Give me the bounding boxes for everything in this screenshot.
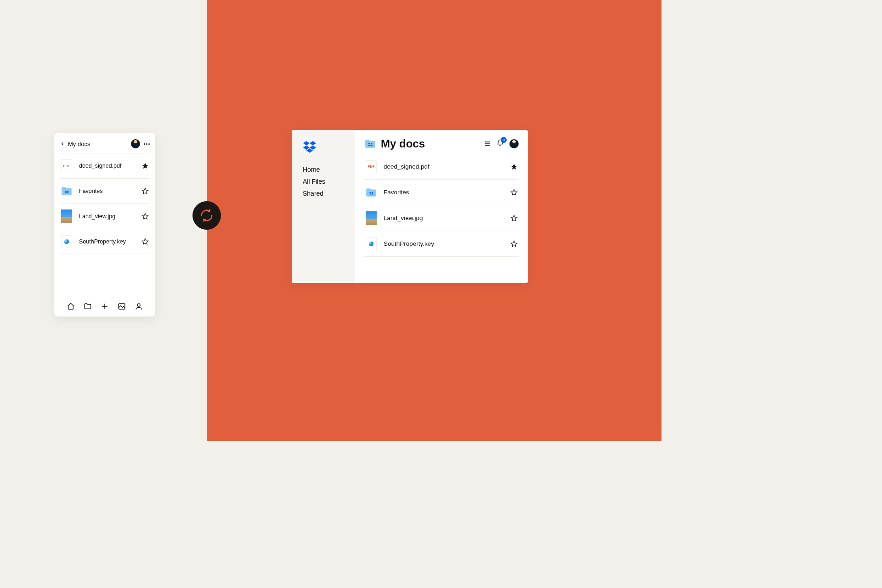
svg-marker-12 bbox=[303, 141, 310, 145]
svg-marker-27 bbox=[511, 189, 517, 195]
list-item[interactable]: Favorites bbox=[60, 178, 150, 204]
star-filled-icon[interactable] bbox=[141, 162, 149, 170]
star-outline-icon[interactable] bbox=[510, 240, 518, 248]
list-item[interactable]: PDF deed_signed.pdf bbox=[60, 153, 150, 178]
sidebar-item-home[interactable]: Home bbox=[303, 166, 347, 173]
files-tab[interactable] bbox=[83, 302, 92, 311]
folder-icon bbox=[365, 186, 377, 199]
file-name: SouthProperty.key bbox=[384, 240, 434, 247]
account-tab[interactable] bbox=[134, 302, 143, 311]
home-icon bbox=[67, 302, 75, 311]
file-name: deed_signed.pdf bbox=[384, 163, 430, 170]
shared-folder-icon bbox=[364, 139, 376, 149]
list-item[interactable]: SouthProperty.key bbox=[60, 229, 150, 254]
sidebar-item-shared[interactable]: Shared bbox=[303, 190, 347, 197]
file-name: SouthProperty.key bbox=[79, 238, 126, 245]
desktop-view: Home All Files Shared My docs 3 bbox=[292, 130, 528, 283]
star-outline-icon[interactable] bbox=[141, 238, 149, 245]
person-icon bbox=[135, 302, 143, 311]
more-menu-button[interactable] bbox=[144, 143, 150, 145]
mobile-view: My docs PDF deed_signed.pdf Favorites bbox=[54, 133, 155, 317]
plus-icon bbox=[101, 302, 109, 311]
chevron-left-icon[interactable] bbox=[60, 141, 65, 147]
avatar[interactable] bbox=[131, 139, 140, 148]
notifications-button[interactable]: 3 bbox=[497, 139, 504, 148]
mobile-header: My docs bbox=[60, 139, 150, 148]
svg-point-11 bbox=[137, 304, 140, 306]
list-item[interactable]: SouthProperty.key bbox=[364, 231, 519, 257]
file-name: Land_view.jpg bbox=[384, 215, 423, 221]
svg-point-18 bbox=[371, 143, 372, 144]
file-name: Favorites bbox=[384, 189, 409, 196]
star-outline-icon[interactable] bbox=[141, 187, 149, 195]
desktop-main: My docs 3 PDF deed_signed.pdf bbox=[355, 130, 528, 283]
folder-icon bbox=[61, 184, 73, 198]
list-item[interactable]: PDF deed_signed.pdf bbox=[364, 154, 519, 180]
keynote-icon bbox=[61, 235, 73, 249]
folder-title: My docs bbox=[381, 137, 425, 150]
desktop-header: My docs 3 bbox=[364, 137, 519, 150]
star-outline-icon[interactable] bbox=[510, 189, 518, 196]
list-item[interactable]: Favorites bbox=[364, 180, 519, 205]
svg-point-17 bbox=[368, 143, 370, 144]
mobile-title-group[interactable]: My docs bbox=[60, 141, 90, 147]
file-name: Favorites bbox=[79, 188, 102, 194]
svg-marker-7 bbox=[142, 238, 148, 244]
file-name: deed_signed.pdf bbox=[79, 163, 121, 169]
sidebar-item-all-files[interactable]: All Files bbox=[303, 178, 347, 185]
list-item[interactable]: Land_view.jpg bbox=[60, 204, 150, 229]
home-tab[interactable] bbox=[66, 302, 75, 311]
svg-marker-28 bbox=[511, 215, 517, 221]
mobile-file-list: PDF deed_signed.pdf Favorites Land_view.… bbox=[60, 153, 150, 254]
notification-badge: 3 bbox=[501, 137, 507, 143]
star-outline-icon[interactable] bbox=[141, 213, 149, 220]
svg-marker-0 bbox=[142, 163, 148, 169]
mobile-bottom-nav bbox=[60, 300, 150, 312]
pdf-icon: PDF bbox=[61, 159, 73, 173]
star-filled-icon[interactable] bbox=[510, 163, 518, 170]
photos-tab[interactable] bbox=[117, 302, 126, 311]
dropbox-logo[interactable] bbox=[303, 141, 347, 155]
add-tab[interactable] bbox=[100, 302, 109, 311]
desktop-file-list: PDF deed_signed.pdf Favorites bbox=[364, 154, 519, 257]
mobile-folder-title: My docs bbox=[68, 141, 90, 147]
svg-marker-5 bbox=[142, 188, 148, 194]
pdf-icon: PDF bbox=[365, 160, 377, 174]
image-thumbnail bbox=[61, 209, 73, 223]
svg-marker-13 bbox=[310, 141, 316, 145]
list-item[interactable]: Land_view.jpg bbox=[364, 205, 519, 231]
file-name: Land_view.jpg bbox=[79, 213, 115, 220]
keynote-icon bbox=[365, 237, 377, 251]
folder-outline-icon bbox=[84, 302, 92, 311]
sync-icon bbox=[200, 209, 214, 222]
svg-marker-6 bbox=[142, 213, 148, 219]
sync-indicator bbox=[192, 201, 221, 230]
star-outline-icon[interactable] bbox=[510, 215, 518, 222]
avatar[interactable] bbox=[509, 139, 519, 148]
list-view-icon[interactable] bbox=[484, 140, 491, 147]
desktop-sidebar: Home All Files Shared bbox=[292, 130, 355, 283]
svg-marker-22 bbox=[511, 164, 517, 170]
image-thumbnail bbox=[365, 211, 377, 225]
svg-marker-29 bbox=[511, 241, 517, 247]
dropbox-icon bbox=[303, 141, 317, 153]
image-icon bbox=[118, 302, 126, 311]
